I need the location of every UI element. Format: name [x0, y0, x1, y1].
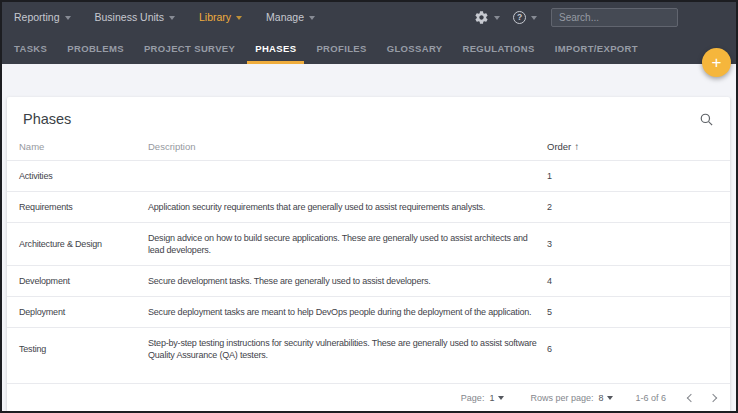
phase-description-cell: Step-by-step testing instructions for se… [141, 328, 543, 371]
sort-ascending-icon: ↑ [574, 141, 579, 152]
add-phase-button[interactable]: + [702, 48, 731, 77]
rows-per-page-label: Rows per page: [530, 393, 593, 403]
table-row[interactable]: Development Secure development tasks. Th… [7, 266, 730, 297]
page-label: Page: [461, 393, 485, 403]
table-header-row: Name Description Order↑ [7, 131, 730, 161]
phase-name-cell: Development [7, 266, 141, 297]
tab-profiles[interactable]: PROFILES [308, 32, 374, 64]
card-header: Phases [7, 97, 730, 131]
section-tabs: TASKS PROBLEMS PROJECT SURVEY PHASES PRO… [2, 32, 736, 64]
page-title: Phases [23, 111, 71, 127]
phase-order-cell: 4 [543, 266, 730, 297]
menu-manage[interactable]: Manage [266, 11, 315, 23]
chevron-down-icon [607, 396, 613, 400]
tab-problems[interactable]: PROBLEMS [59, 32, 132, 64]
phase-name-cell: Requirements [7, 192, 141, 223]
phases-table: Name Description Order↑ Activities 1 Req… [7, 131, 730, 370]
menu-library-label: Library [199, 11, 231, 23]
menu-library[interactable]: Library [199, 11, 242, 23]
tab-import-export[interactable]: IMPORT/EXPORT [547, 32, 646, 64]
table-row[interactable]: Architecture & Design Design advice on h… [7, 223, 730, 266]
gear-icon [474, 10, 489, 25]
phases-card: Phases Name Description Order↑ Activit [7, 97, 730, 411]
tab-tasks[interactable]: TASKS [6, 32, 55, 64]
menu-reporting[interactable]: Reporting [14, 11, 71, 23]
page-select[interactable]: 1 [489, 393, 504, 403]
pagination-bar: Page: 1 Rows per page: 8 1-6 of 6 [7, 383, 730, 411]
column-header-description[interactable]: Description [141, 131, 543, 161]
table-row[interactable]: Testing Step-by-step testing instruction… [7, 328, 730, 371]
tab-phases[interactable]: PHASES [247, 32, 304, 64]
phase-description-cell [141, 161, 543, 192]
phase-description-cell: Application security requirements that a… [141, 192, 543, 223]
phase-description-cell: Design advice on how to build secure app… [141, 223, 543, 266]
rows-per-page-select[interactable]: 8 [598, 393, 613, 403]
chevron-down-icon [65, 16, 71, 20]
search-icon[interactable] [699, 112, 714, 127]
table-row[interactable]: Activities 1 [7, 161, 730, 192]
chevron-down-icon [309, 16, 315, 20]
phase-order-cell: 5 [543, 297, 730, 328]
plus-icon: + [712, 54, 722, 71]
column-header-order[interactable]: Order↑ [543, 131, 730, 161]
help-menu-button[interactable]: ? [513, 11, 537, 24]
rows-per-page-value: 8 [598, 393, 603, 403]
chevron-down-icon [236, 16, 242, 20]
menu-reporting-label: Reporting [14, 11, 60, 23]
app-window: Reporting Business Units Library Manage … [0, 0, 738, 413]
help-icon: ? [513, 11, 526, 24]
phase-name-cell: Architecture & Design [7, 223, 141, 266]
phase-description-cell: Secure deployment tasks are meant to hel… [141, 297, 543, 328]
chevron-down-icon [494, 16, 500, 20]
tab-regulations[interactable]: REGULATIONS [454, 32, 542, 64]
table-row[interactable]: Requirements Application security requir… [7, 192, 730, 223]
phase-order-cell: 2 [543, 192, 730, 223]
chevron-down-icon [531, 16, 537, 20]
phase-name-cell: Deployment [7, 297, 141, 328]
phase-order-cell: 3 [543, 223, 730, 266]
previous-page-button[interactable] [687, 393, 695, 401]
chevron-down-icon [169, 16, 175, 20]
page-select-value: 1 [489, 393, 494, 403]
column-header-name[interactable]: Name [7, 131, 141, 161]
column-header-order-label: Order [547, 141, 571, 152]
chevron-down-icon [498, 396, 504, 400]
rows-per-page-group: Rows per page: 8 [530, 393, 613, 403]
phase-name-cell: Testing [7, 328, 141, 371]
top-navbar: Reporting Business Units Library Manage … [2, 2, 736, 32]
menu-manage-label: Manage [266, 11, 304, 23]
phase-order-cell: 1 [543, 161, 730, 192]
menu-business-units[interactable]: Business Units [95, 11, 175, 23]
settings-menu-button[interactable] [474, 10, 500, 25]
topbar-right-cluster: ? [474, 8, 678, 27]
phase-order-cell: 6 [543, 328, 730, 371]
menu-business-units-label: Business Units [95, 11, 164, 23]
tab-project-survey[interactable]: PROJECT SURVEY [136, 32, 243, 64]
pagination-range: 1-6 of 6 [635, 393, 666, 403]
next-page-button[interactable] [709, 393, 717, 401]
phase-name-cell: Activities [7, 161, 141, 192]
phase-description-cell: Secure development tasks. These are gene… [141, 266, 543, 297]
search-input[interactable] [551, 8, 678, 27]
table-row[interactable]: Deployment Secure deployment tasks are m… [7, 297, 730, 328]
tab-glossary[interactable]: GLOSSARY [379, 32, 451, 64]
page-selector-group: Page: 1 [461, 393, 505, 403]
